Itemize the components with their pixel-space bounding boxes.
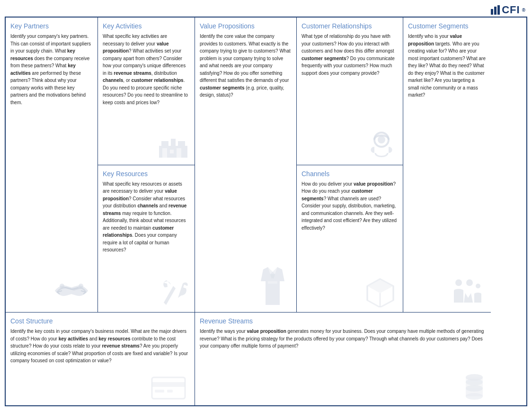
svg-point-30 [466,374,483,381]
key-activities-title: Key Activities [103,22,190,30]
page: CFI® Key Partners Identify your company'… [0,0,532,411]
coins-icon [448,372,486,402]
channels-content: How do you deliver your value propositio… [301,180,398,232]
svg-rect-3 [161,141,168,146]
svg-rect-22 [155,390,164,393]
channels-cell: Channels How do you deliver your value p… [297,165,403,313]
svg-point-13 [466,279,473,286]
svg-rect-23 [167,390,173,393]
logo-bar-3 [497,5,500,15]
key-partners-title: Key Partners [10,22,93,30]
suit-icon [254,265,292,307]
logo-sup: ® [522,8,525,13]
revenue-streams-cell: Revenue Streams Identify the ways your v… [195,313,491,406]
customer-relationships-content: What type of relationship do you have wi… [301,33,398,77]
svg-rect-21 [152,382,185,387]
key-resources-content: What specific key resources or assets ar… [103,180,190,254]
svg-rect-9 [268,281,277,284]
customer-relationships-cell: Customer Relationships What type of rela… [297,18,403,165]
logo-bar-2 [494,7,497,15]
svg-rect-7 [170,150,174,153]
value-propositions-content: Identify the core value the company prov… [200,33,292,99]
svg-rect-8 [177,148,181,158]
tools-icon [157,279,190,307]
box-icon [363,277,398,307]
factory-icon [157,134,190,160]
revenue-streams-title: Revenue Streams [200,317,486,325]
customer-segments-content: Identify who is your value proposition t… [408,33,486,99]
key-resources-title: Key Resources [103,170,190,178]
svg-rect-5 [178,141,185,146]
channels-title: Channels [301,170,398,178]
svg-marker-16 [367,279,393,293]
value-propositions-cell: Value Propositions Identify the core val… [195,18,297,313]
revenue-streams-content: Identify the ways your value proposition… [200,328,486,350]
handshake-icon [50,274,93,307]
logo-text: CFI [502,4,520,16]
customer-relationships-title: Customer Relationships [301,22,398,30]
cost-structure-content: Identify the key costs in your company's… [10,328,190,365]
bmc-canvas: Key Partners Identify your company's key… [5,17,527,406]
svg-point-14 [476,284,480,288]
headset-icon [365,129,398,160]
key-activities-content: What specific key activities are necessa… [103,33,190,106]
key-partners-content: Identify your company's key partners. Th… [10,33,93,106]
bmc-grid: Key Partners Identify your company's key… [6,18,526,405]
logo-bars-icon [491,5,500,15]
value-propositions-title: Value Propositions [200,22,292,30]
logo-bar-1 [491,9,493,15]
svg-rect-4 [171,139,176,146]
key-partners-cell: Key Partners Identify your company's key… [6,18,98,313]
cost-structure-cell: Cost Structure Identify the key costs in… [6,313,195,406]
customer-segments-cell: Customer Segments Identify who is your v… [403,18,491,313]
svg-rect-6 [162,148,167,158]
svg-point-11 [378,136,385,143]
logo: CFI® [491,4,525,16]
credit-card-icon [147,372,190,402]
customer-segments-title: Customer Segments [408,22,486,30]
svg-point-12 [455,279,462,286]
cost-structure-title: Cost Structure [10,317,190,325]
family-icon [448,269,486,307]
key-activities-cell: Key Activities What specific key activit… [98,18,195,165]
key-resources-cell: Key Resources What specific key resource… [98,165,195,313]
svg-rect-20 [152,377,185,399]
